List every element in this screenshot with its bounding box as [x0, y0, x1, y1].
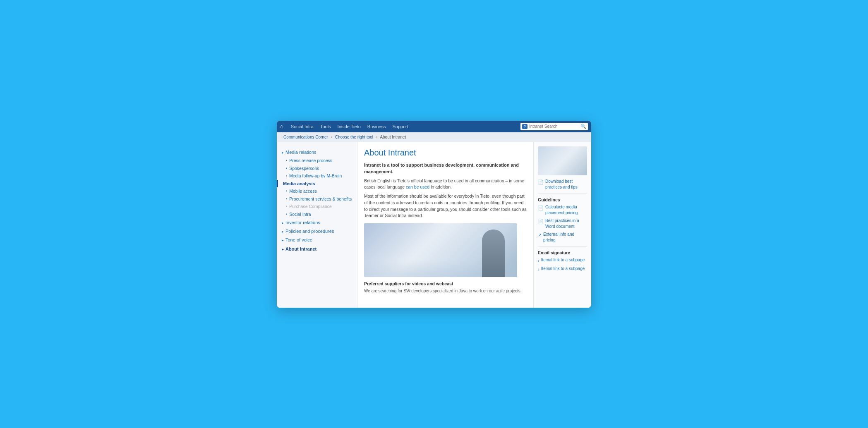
- guideline-link-1[interactable]: 📄 Best practices in a Word document: [538, 218, 587, 230]
- chevron-right-icon: ▸: [282, 229, 284, 234]
- sidebar-label-spokespersons: Spokespersons: [289, 165, 319, 172]
- sidebar-subitem-social-intra[interactable]: • Social Intra: [277, 210, 357, 218]
- image-caption: Preferred suppliers for videos and webca…: [364, 281, 527, 286]
- bullet-icon: •: [286, 212, 287, 217]
- chevron-right-icon: ▸: [282, 220, 284, 226]
- image-subtext: We are searching for SW developers speci…: [364, 288, 527, 294]
- sidebar-subitem-press-release[interactable]: • Press release process: [277, 157, 357, 165]
- breadcrumb-sep-2: ›: [376, 135, 377, 139]
- sidebar-subitem-media-follow[interactable]: › Media follow-up by M-Brain: [277, 172, 357, 180]
- intro-bold: Intranet is a tool to support business d…: [364, 162, 527, 175]
- nav-item-social-intra[interactable]: Social Intra: [288, 121, 317, 132]
- guideline-link-0[interactable]: 📄 Calculacte media placement pricing: [538, 204, 587, 216]
- sidebar-subitem-spokespersons[interactable]: • Spokespersons: [277, 165, 357, 172]
- person-silhouette: [482, 230, 505, 277]
- sidebar-item-media-relations[interactable]: ▸ Media relations: [277, 148, 357, 157]
- email-link-label-1: Itemal link to a subpage: [541, 266, 585, 272]
- right-panel: 📄 Download best practices and tips Guide…: [533, 142, 591, 308]
- guideline-link-2[interactable]: ↗ External info and pricing: [538, 232, 587, 243]
- sidebar-label-procurement: Procurement services & benefits: [289, 196, 352, 202]
- para1: British English is Tieto's official lang…: [364, 178, 527, 191]
- sidebar-label-purchase-compliance: Purchase Compliance: [289, 203, 332, 210]
- sidebar-item-investor-relations[interactable]: ▸ Investor relations: [277, 218, 357, 227]
- bullet-icon: •: [286, 166, 287, 171]
- bullet-icon: •: [286, 204, 287, 209]
- sidebar-label-social-intra: Social Intra: [289, 211, 311, 218]
- chevron-right-icon: ▸: [282, 247, 284, 252]
- breadcrumb: Communications Corner › Choose the right…: [277, 132, 591, 142]
- link-icon: ›: [538, 266, 540, 273]
- nav-item-business[interactable]: Business: [364, 121, 389, 132]
- sidebar-label-investor-relations: Investor relations: [285, 220, 320, 226]
- main-area: ▸ Media relations • Press release proces…: [277, 142, 591, 308]
- bullet-icon: •: [286, 189, 287, 194]
- right-panel-image: [538, 146, 587, 175]
- browser-window: ⌂ Social Intra Tools Inside Tieto Busine…: [277, 121, 591, 308]
- bullet-icon: •: [286, 196, 287, 202]
- sidebar-label-media-relations: Media relations: [285, 149, 317, 155]
- sidebar-label-about-intranet: About Intranet: [285, 246, 317, 252]
- content-area: About Intranet Intranet is a tool to sup…: [357, 142, 533, 308]
- guidelines-title: Guidelines: [538, 197, 587, 202]
- breadcrumb-item-communications[interactable]: Communications Corner: [283, 135, 328, 139]
- home-icon[interactable]: ⌂: [280, 123, 283, 129]
- nav-item-inside-tieto[interactable]: Inside Tieto: [334, 121, 364, 132]
- chevron-down-icon: ▸: [282, 150, 284, 155]
- search-input[interactable]: [529, 124, 579, 129]
- search-box: ? 🔍: [520, 123, 588, 130]
- nav-bar: ⌂ Social Intra Tools Inside Tieto Busine…: [277, 121, 591, 132]
- sidebar-section-media-analysis: Media analysis: [277, 180, 357, 187]
- right-divider-2: [538, 246, 587, 247]
- document-icon: 📄: [538, 205, 544, 211]
- sidebar-subitem-procurement[interactable]: • Procurement services & benefits: [277, 195, 357, 203]
- right-divider-1: [538, 194, 587, 194]
- chevron-right-icon: ▸: [282, 238, 284, 243]
- download-link-label: Download best practices and tips: [545, 179, 587, 190]
- document-icon: 📄: [538, 179, 544, 185]
- sidebar-label-mobile-access: Mobile access: [289, 188, 317, 194]
- email-link-0[interactable]: › Itemal link to a subpage: [538, 257, 587, 264]
- sidebar-label-tone-of-voice: Tone of voice: [285, 237, 312, 243]
- page-title: About Intranet: [364, 148, 527, 158]
- sidebar-item-tone-of-voice[interactable]: ▸ Tone of voice: [277, 236, 357, 244]
- arrow-icon: ›: [286, 173, 287, 179]
- email-signature-title: Email signature: [538, 250, 587, 255]
- link-icon: ›: [538, 258, 540, 264]
- download-link[interactable]: 📄 Download best practices and tips: [538, 179, 587, 190]
- sidebar-label-policies: Policies and procedures: [285, 228, 334, 234]
- sidebar-subitem-purchase-compliance[interactable]: • Purchase Compliance: [277, 203, 357, 210]
- document-icon: 📄: [538, 218, 544, 225]
- sidebar-label-media-follow: Media follow-up by M-Brain: [289, 173, 342, 179]
- breadcrumb-item-current: About Intranet: [380, 135, 406, 139]
- bullet-icon: •: [286, 158, 287, 163]
- search-icon[interactable]: 🔍: [580, 124, 586, 129]
- email-link-label-0: Itemal link to a subpage: [541, 257, 585, 263]
- sidebar-label-media-analysis: Media analysis: [283, 181, 315, 186]
- breadcrumb-item-choose-tool[interactable]: Choose the right tool: [335, 135, 373, 139]
- breadcrumb-sep-1: ›: [331, 135, 332, 139]
- email-link-1[interactable]: › Itemal link to a subpage: [538, 266, 587, 273]
- guideline-label-1: Best practices in a Word document: [545, 218, 587, 230]
- guideline-label-2: External info and pricing: [543, 232, 587, 243]
- sidebar-subitem-mobile-access[interactable]: • Mobile access: [277, 187, 357, 195]
- external-link-icon: ↗: [538, 232, 542, 238]
- sidebar-item-policies[interactable]: ▸ Policies and procedures: [277, 227, 357, 236]
- can-be-used-link[interactable]: can be used: [406, 184, 429, 189]
- nav-item-tools[interactable]: Tools: [317, 121, 334, 132]
- para2: Most of the information should be availa…: [364, 193, 527, 219]
- sidebar-item-about-intranet[interactable]: ▸ About Intranet: [277, 245, 357, 253]
- guideline-label-0: Calculacte media placement pricing: [545, 204, 587, 216]
- nav-item-support[interactable]: Support: [389, 121, 412, 132]
- content-image: [364, 223, 517, 277]
- sidebar: ▸ Media relations • Press release proces…: [277, 142, 357, 308]
- search-badge: ?: [522, 124, 528, 129]
- sidebar-label-press-release: Press release process: [289, 158, 332, 164]
